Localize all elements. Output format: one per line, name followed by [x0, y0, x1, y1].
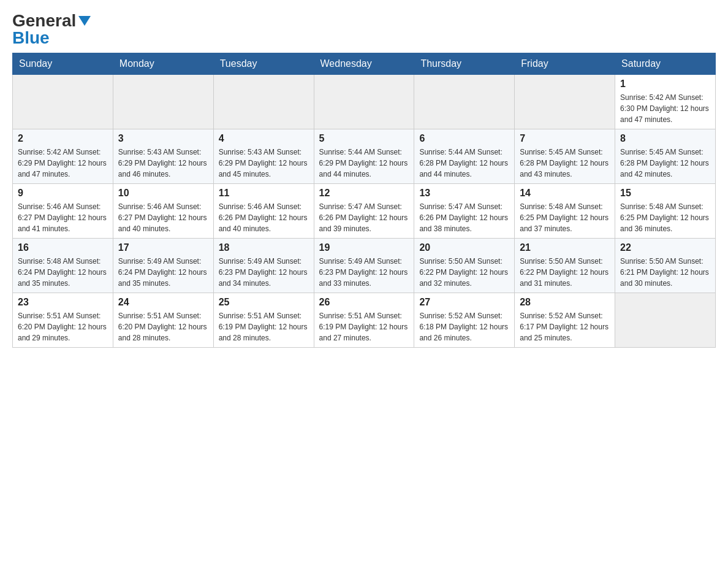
day-header-saturday: Saturday [615, 53, 716, 75]
day-info: Sunrise: 5:43 AM Sunset: 6:29 PM Dayligh… [219, 147, 309, 180]
calendar-cell: 18Sunrise: 5:49 AM Sunset: 6:23 PM Dayli… [213, 239, 314, 293]
calendar-cell [615, 293, 716, 348]
calendar-cell: 20Sunrise: 5:50 AM Sunset: 6:22 PM Dayli… [414, 239, 515, 293]
calendar-cell: 5Sunrise: 5:44 AM Sunset: 6:29 PM Daylig… [314, 129, 414, 184]
day-number: 9 [18, 188, 108, 199]
day-info: Sunrise: 5:48 AM Sunset: 6:25 PM Dayligh… [520, 201, 610, 234]
day-info: Sunrise: 5:47 AM Sunset: 6:26 PM Dayligh… [319, 201, 409, 234]
calendar-cell: 6Sunrise: 5:44 AM Sunset: 6:28 PM Daylig… [414, 129, 515, 184]
calendar-week-row: 9Sunrise: 5:46 AM Sunset: 6:27 PM Daylig… [13, 184, 716, 239]
calendar-cell: 7Sunrise: 5:45 AM Sunset: 6:28 PM Daylig… [515, 129, 615, 184]
logo-blue-text: Blue [12, 29, 50, 47]
day-number: 20 [419, 242, 509, 253]
day-header-sunday: Sunday [13, 53, 113, 75]
day-info: Sunrise: 5:47 AM Sunset: 6:26 PM Dayligh… [419, 201, 509, 234]
calendar-table: SundayMondayTuesdayWednesdayThursdayFrid… [12, 53, 716, 348]
calendar-week-row: 16Sunrise: 5:48 AM Sunset: 6:24 PM Dayli… [13, 239, 716, 293]
calendar-cell: 8Sunrise: 5:45 AM Sunset: 6:28 PM Daylig… [615, 129, 716, 184]
calendar-cell: 4Sunrise: 5:43 AM Sunset: 6:29 PM Daylig… [213, 129, 314, 184]
day-info: Sunrise: 5:42 AM Sunset: 6:30 PM Dayligh… [620, 92, 710, 125]
day-info: Sunrise: 5:44 AM Sunset: 6:29 PM Dayligh… [319, 147, 409, 180]
day-number: 12 [319, 188, 409, 199]
day-header-wednesday: Wednesday [314, 53, 414, 75]
calendar-cell: 24Sunrise: 5:51 AM Sunset: 6:20 PM Dayli… [113, 293, 213, 348]
day-number: 27 [419, 297, 509, 308]
calendar-cell [414, 75, 515, 129]
calendar-cell [213, 75, 314, 129]
day-info: Sunrise: 5:48 AM Sunset: 6:24 PM Dayligh… [18, 256, 108, 289]
day-info: Sunrise: 5:52 AM Sunset: 6:17 PM Dayligh… [520, 310, 610, 343]
logo: General Blue [12, 12, 91, 47]
day-info: Sunrise: 5:50 AM Sunset: 6:22 PM Dayligh… [419, 256, 509, 289]
day-number: 14 [520, 188, 610, 199]
day-number: 11 [219, 188, 309, 199]
day-info: Sunrise: 5:46 AM Sunset: 6:27 PM Dayligh… [18, 201, 108, 234]
calendar-header-row: SundayMondayTuesdayWednesdayThursdayFrid… [13, 53, 716, 75]
day-number: 24 [118, 297, 208, 308]
calendar-week-row: 2Sunrise: 5:42 AM Sunset: 6:29 PM Daylig… [13, 129, 716, 184]
day-info: Sunrise: 5:45 AM Sunset: 6:28 PM Dayligh… [520, 147, 610, 180]
calendar-cell: 9Sunrise: 5:46 AM Sunset: 6:27 PM Daylig… [13, 184, 113, 239]
day-number: 8 [620, 133, 710, 144]
day-number: 7 [520, 133, 610, 144]
calendar-cell: 14Sunrise: 5:48 AM Sunset: 6:25 PM Dayli… [515, 184, 615, 239]
day-info: Sunrise: 5:46 AM Sunset: 6:26 PM Dayligh… [219, 201, 309, 234]
day-header-tuesday: Tuesday [213, 53, 314, 75]
calendar-cell: 26Sunrise: 5:51 AM Sunset: 6:19 PM Dayli… [314, 293, 414, 348]
day-number: 2 [18, 133, 108, 144]
calendar-week-row: 1Sunrise: 5:42 AM Sunset: 6:30 PM Daylig… [13, 75, 716, 129]
day-header-thursday: Thursday [414, 53, 515, 75]
calendar-cell: 13Sunrise: 5:47 AM Sunset: 6:26 PM Dayli… [414, 184, 515, 239]
calendar-cell [314, 75, 414, 129]
calendar-cell: 21Sunrise: 5:50 AM Sunset: 6:22 PM Dayli… [515, 239, 615, 293]
day-number: 1 [620, 79, 710, 90]
day-info: Sunrise: 5:49 AM Sunset: 6:24 PM Dayligh… [118, 256, 208, 289]
day-number: 19 [319, 242, 409, 253]
day-info: Sunrise: 5:51 AM Sunset: 6:20 PM Dayligh… [18, 310, 108, 343]
day-number: 16 [18, 242, 108, 253]
calendar-cell: 10Sunrise: 5:46 AM Sunset: 6:27 PM Dayli… [113, 184, 213, 239]
logo-triangle-icon [78, 16, 91, 26]
day-info: Sunrise: 5:44 AM Sunset: 6:28 PM Dayligh… [419, 147, 509, 180]
day-info: Sunrise: 5:49 AM Sunset: 6:23 PM Dayligh… [219, 256, 309, 289]
day-number: 22 [620, 242, 710, 253]
day-number: 17 [118, 242, 208, 253]
day-header-friday: Friday [515, 53, 615, 75]
calendar-cell: 19Sunrise: 5:49 AM Sunset: 6:23 PM Dayli… [314, 239, 414, 293]
calendar-cell: 22Sunrise: 5:50 AM Sunset: 6:21 PM Dayli… [615, 239, 716, 293]
calendar-cell: 1Sunrise: 5:42 AM Sunset: 6:30 PM Daylig… [615, 75, 716, 129]
calendar-cell: 15Sunrise: 5:48 AM Sunset: 6:25 PM Dayli… [615, 184, 716, 239]
day-number: 10 [118, 188, 208, 199]
day-number: 4 [219, 133, 309, 144]
day-number: 15 [620, 188, 710, 199]
calendar-cell [515, 75, 615, 129]
day-info: Sunrise: 5:51 AM Sunset: 6:19 PM Dayligh… [319, 310, 409, 343]
day-number: 5 [319, 133, 409, 144]
day-number: 6 [419, 133, 509, 144]
day-number: 13 [419, 188, 509, 199]
day-info: Sunrise: 5:42 AM Sunset: 6:29 PM Dayligh… [18, 147, 108, 180]
day-info: Sunrise: 5:52 AM Sunset: 6:18 PM Dayligh… [419, 310, 509, 343]
calendar-cell: 25Sunrise: 5:51 AM Sunset: 6:19 PM Dayli… [213, 293, 314, 348]
day-number: 28 [520, 297, 610, 308]
calendar-cell: 12Sunrise: 5:47 AM Sunset: 6:26 PM Dayli… [314, 184, 414, 239]
day-info: Sunrise: 5:50 AM Sunset: 6:21 PM Dayligh… [620, 256, 710, 289]
day-number: 25 [219, 297, 309, 308]
day-number: 26 [319, 297, 409, 308]
day-number: 23 [18, 297, 108, 308]
calendar-cell: 17Sunrise: 5:49 AM Sunset: 6:24 PM Dayli… [113, 239, 213, 293]
day-number: 18 [219, 242, 309, 253]
day-info: Sunrise: 5:48 AM Sunset: 6:25 PM Dayligh… [620, 201, 710, 234]
calendar-cell: 2Sunrise: 5:42 AM Sunset: 6:29 PM Daylig… [13, 129, 113, 184]
day-info: Sunrise: 5:50 AM Sunset: 6:22 PM Dayligh… [520, 256, 610, 289]
day-info: Sunrise: 5:51 AM Sunset: 6:20 PM Dayligh… [118, 310, 208, 343]
day-info: Sunrise: 5:45 AM Sunset: 6:28 PM Dayligh… [620, 147, 710, 180]
day-info: Sunrise: 5:49 AM Sunset: 6:23 PM Dayligh… [319, 256, 409, 289]
day-number: 21 [520, 242, 610, 253]
day-header-monday: Monday [113, 53, 213, 75]
day-info: Sunrise: 5:46 AM Sunset: 6:27 PM Dayligh… [118, 201, 208, 234]
day-info: Sunrise: 5:43 AM Sunset: 6:29 PM Dayligh… [118, 147, 208, 180]
calendar-week-row: 23Sunrise: 5:51 AM Sunset: 6:20 PM Dayli… [13, 293, 716, 348]
logo-general-text: General [12, 12, 91, 29]
calendar-cell: 16Sunrise: 5:48 AM Sunset: 6:24 PM Dayli… [13, 239, 113, 293]
